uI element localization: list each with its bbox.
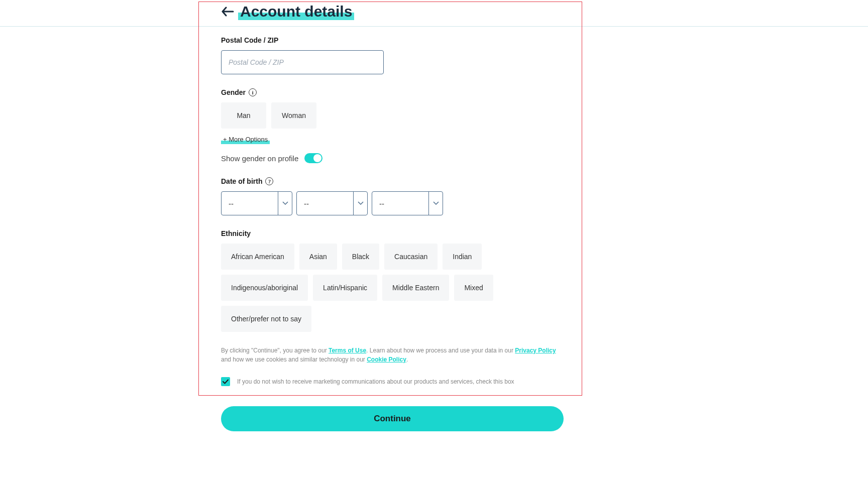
show-gender-toggle[interactable]	[304, 153, 322, 163]
more-options-link[interactable]: + More Options	[221, 135, 270, 144]
page-title: Account details	[238, 3, 354, 20]
marketing-checkbox[interactable]	[221, 377, 230, 386]
chevron-down-icon	[278, 192, 292, 215]
show-gender-label: Show gender on profile	[221, 154, 298, 163]
privacy-link[interactable]: Privacy Policy	[515, 347, 556, 354]
ethnicity-label: Ethnicity	[221, 229, 573, 237]
ethnicity-option[interactable]: Caucasian	[384, 244, 438, 270]
continue-button[interactable]: Continue	[221, 406, 564, 431]
dob-select-2[interactable]: --	[296, 191, 368, 215]
dob-select-1[interactable]: --	[221, 191, 292, 215]
info-icon[interactable]: i	[249, 88, 257, 96]
terms-link[interactable]: Terms of Use	[329, 347, 366, 354]
ethnicity-option[interactable]: African American	[221, 244, 294, 270]
gender-option-woman[interactable]: Woman	[271, 102, 316, 129]
chevron-down-icon	[428, 192, 443, 215]
ethnicity-option[interactable]: Middle Eastern	[382, 275, 449, 301]
dob-label: Date of birth ?	[221, 177, 573, 185]
ethnicity-option[interactable]: Mixed	[454, 275, 493, 301]
back-arrow-icon[interactable]	[221, 7, 234, 17]
marketing-label: If you do not wish to receive marketing …	[237, 378, 514, 385]
ethnicity-option[interactable]: Asian	[299, 244, 337, 270]
gender-label: Gender i	[221, 88, 573, 96]
cookie-link[interactable]: Cookie Policy	[367, 356, 406, 363]
ethnicity-option[interactable]: Black	[342, 244, 379, 270]
ethnicity-option[interactable]: Latin/Hispanic	[313, 275, 377, 301]
chevron-down-icon	[353, 192, 367, 215]
postal-input[interactable]	[221, 50, 384, 74]
postal-label: Postal Code / ZIP	[221, 36, 573, 44]
ethnicity-option[interactable]: Indian	[443, 244, 482, 270]
ethnicity-option[interactable]: Indigenous/aboriginal	[221, 275, 308, 301]
dob-select-3[interactable]: --	[372, 191, 443, 215]
help-icon[interactable]: ?	[265, 177, 273, 185]
gender-option-man[interactable]: Man	[221, 102, 266, 129]
divider	[0, 26, 868, 27]
legal-text: By clicking "Continue", you agree to our…	[221, 346, 568, 364]
ethnicity-option[interactable]: Other/prefer not to say	[221, 306, 311, 332]
